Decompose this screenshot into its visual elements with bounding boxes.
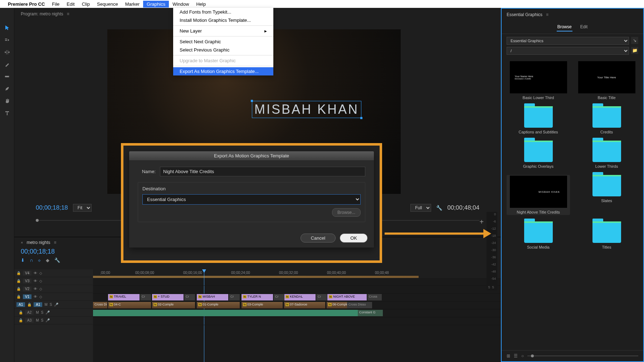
folder-item[interactable]: Lower Thirds (575, 141, 638, 168)
panel-menu-icon[interactable]: ≡ (546, 12, 548, 17)
menu-sequence[interactable]: Sequence (93, 1, 122, 8)
menu-graphics[interactable]: Graphics (143, 1, 169, 8)
panel-menu-icon[interactable]: ≡ (67, 11, 69, 16)
source-track[interactable]: A1 (16, 302, 25, 307)
eye-icon[interactable]: 👁 (34, 279, 37, 283)
track-label[interactable]: A3 (25, 318, 34, 323)
lock-icon[interactable]: 🔒 (16, 271, 21, 275)
selection-tool-icon[interactable] (3, 24, 11, 32)
dd-add-fonts[interactable]: Add Fonts from Typekit... (173, 8, 273, 16)
name-input[interactable] (160, 167, 365, 176)
add-button-icon[interactable]: + (479, 218, 484, 226)
clip[interactable]: fxTYLER N (241, 294, 273, 300)
magnet-icon[interactable]: ∩ (30, 258, 33, 263)
path-select[interactable]: / (507, 47, 629, 55)
clip[interactable]: fx07-Sadovoe (284, 302, 325, 308)
slip-tool-icon[interactable] (3, 73, 11, 80)
destination-select[interactable]: Essential Graphics (142, 194, 361, 205)
track-label[interactable]: A1 (34, 302, 42, 307)
linked-selection-icon[interactable]: ⟐ (38, 258, 41, 263)
sequence-name[interactable]: metro nights (26, 240, 50, 245)
track-label[interactable]: A2 (25, 310, 34, 315)
clip[interactable]: fxKENDAL (284, 294, 316, 300)
mic-icon[interactable]: 🎤 (45, 310, 50, 314)
clip[interactable]: fx+ STUD (152, 294, 184, 300)
eye-icon[interactable]: 👁 (34, 287, 37, 291)
folder-icon[interactable]: 📁 (631, 47, 638, 54)
folder-item[interactable]: Slates (575, 175, 638, 215)
mic-icon[interactable]: 🎤 (45, 318, 50, 322)
zoom-select[interactable]: Full (410, 204, 431, 212)
folder-item[interactable]: Social Media (507, 221, 570, 249)
snap-icon[interactable]: ⬇ (21, 258, 25, 263)
eye-icon[interactable]: 👁 (34, 295, 37, 299)
template-item[interactable]: Your Name HereDescription | Subtitle Bas… (507, 61, 570, 100)
clip[interactable]: fx04-C (108, 302, 151, 308)
panel-menu-icon[interactable]: ≡ (54, 240, 56, 245)
menu-edit[interactable]: Edit (63, 1, 78, 8)
thumbnail-size-slider[interactable] (527, 356, 638, 356)
dd-upgrade-master: Upgrade to Master Graphic (173, 57, 273, 65)
dd-select-next[interactable]: Select Next Graphic (173, 38, 273, 46)
track-label[interactable]: V2 (23, 287, 31, 291)
razor-tool-icon[interactable] (3, 60, 11, 68)
dd-new-layer[interactable]: New Layer (173, 27, 273, 35)
clip[interactable]: fxTRAVEL (108, 294, 140, 300)
dd-sep (173, 36, 273, 36)
clip[interactable]: fxMISBAH (197, 294, 228, 300)
folder-item[interactable]: Credits (575, 106, 638, 134)
track-label[interactable]: V4 (23, 271, 31, 275)
export-dialog: Export As Motion Graphics Template Name:… (129, 151, 374, 248)
folder-item[interactable]: Graphic Overlays (507, 141, 570, 168)
browse-button: Browse... (332, 208, 361, 217)
timecode-current[interactable]: 00;00;18;18 (36, 204, 68, 211)
pen-tool-icon[interactable] (3, 85, 11, 93)
dd-export-template[interactable]: Export As Motion Graphics Template... (173, 67, 273, 75)
menu-help[interactable]: Help (192, 1, 209, 8)
source-select[interactable]: Essential Graphics (507, 37, 629, 45)
ripple-edit-tool-icon[interactable] (3, 48, 11, 56)
track-label[interactable]: V3 (23, 279, 31, 283)
fit-select[interactable]: Fit (73, 204, 92, 212)
clip[interactable]: fx01-Comple (197, 302, 240, 308)
audio-clip[interactable] (93, 310, 383, 316)
timeline-content[interactable]: ;00;00 00;00;08;00 00;00;16;00 00;00;24;… (93, 269, 501, 362)
close-tab-icon[interactable]: × (21, 240, 23, 245)
graphic-overlay-text[interactable]: MISBAH KHAN (252, 101, 361, 118)
clip[interactable]: fx03-Comple (241, 302, 283, 308)
wrench-icon[interactable]: 🔧 (54, 258, 60, 263)
program-title: Program: metro nights (21, 11, 63, 16)
lock-icon[interactable]: 🔒 (16, 287, 21, 291)
menu-file[interactable]: File (48, 1, 63, 8)
cancel-button[interactable]: Cancel (301, 234, 336, 243)
dd-select-prev[interactable]: Select Previous Graphic (173, 46, 273, 54)
timeline-ruler[interactable]: ;00;00 00;00;08;00 00;00;16;00 00;00;24;… (93, 269, 501, 278)
import-icon[interactable]: ↘ (631, 37, 638, 44)
track-select-tool-icon[interactable] (3, 36, 11, 44)
lock-icon[interactable]: 🔒 (16, 279, 21, 283)
menu-marker[interactable]: Marker (122, 1, 143, 8)
clip[interactable]: fx02-Comple (152, 302, 195, 308)
tab-edit[interactable]: Edit (580, 23, 589, 31)
menu-clip[interactable]: Clip (78, 1, 93, 8)
folder-item[interactable]: Titles (575, 221, 638, 249)
marker-icon[interactable]: ◆ (46, 258, 49, 263)
grid-view-icon[interactable]: ⊞ (507, 353, 510, 358)
clip[interactable]: Cross Di (93, 302, 107, 308)
menu-window[interactable]: Window (169, 1, 192, 8)
list-view-icon[interactable]: ☰ (514, 353, 518, 358)
settings-icon[interactable]: 🔧 (436, 205, 442, 211)
type-tool-icon[interactable] (3, 109, 11, 117)
tab-browse[interactable]: Browse (557, 23, 572, 31)
track-label[interactable]: V1 (23, 294, 31, 299)
dd-install-template[interactable]: Install Motion Graphics Template... (173, 16, 273, 24)
hand-tool-icon[interactable] (3, 97, 11, 105)
clip[interactable]: fxNIGHT ABOVE (327, 294, 367, 300)
template-item-selected[interactable]: MISBAH KHAN Night Above Title Credits (507, 175, 570, 215)
ok-button[interactable]: OK (340, 234, 367, 243)
lock-icon[interactable]: 🔒 (16, 295, 21, 299)
eye-icon[interactable]: 👁 (34, 271, 37, 275)
template-item[interactable]: Your Title Here Basic Title (575, 61, 638, 100)
folder-item[interactable]: Captions and Subtitles (507, 106, 570, 134)
mic-icon[interactable]: 🎤 (54, 303, 58, 307)
